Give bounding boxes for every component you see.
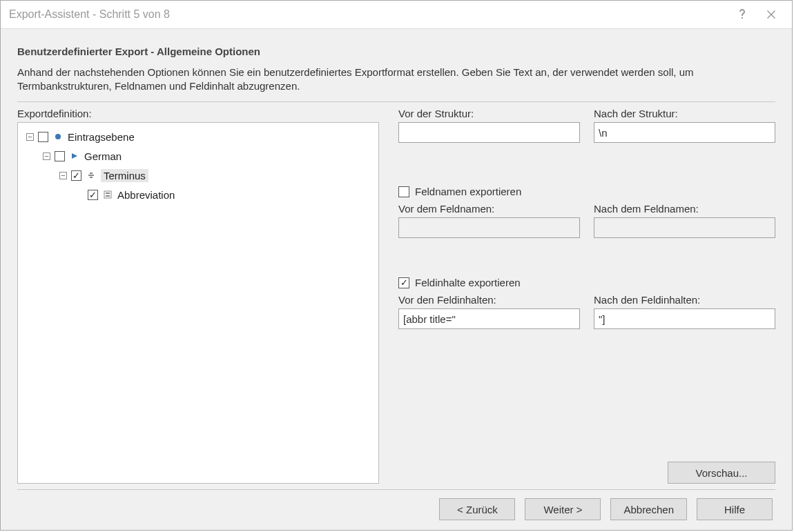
fieldname-row: Vor dem Feldnamen: Nach dem Feldnamen: bbox=[398, 203, 775, 238]
svg-rect-2 bbox=[90, 173, 93, 174]
before-fieldcontents-label: Vor den Feldinhalten: bbox=[398, 294, 580, 306]
options-panel: Vor der Struktur: Nach der Struktur: Fel… bbox=[398, 108, 775, 484]
tree-item-field[interactable]: − ✓ Abbreviation bbox=[21, 185, 376, 204]
fieldcontents-row: Vor den Feldinhalten: Nach den Feldinhal… bbox=[398, 294, 775, 329]
export-definition-label: Exportdefinition: bbox=[17, 108, 379, 119]
export-fieldnames-checkbox[interactable] bbox=[398, 186, 409, 197]
before-structure-input[interactable] bbox=[398, 122, 580, 143]
next-button[interactable]: Weiter > bbox=[525, 498, 601, 520]
tree-item-label: German bbox=[84, 150, 122, 162]
after-fieldcontents-label: Nach den Feldinhalten: bbox=[594, 294, 775, 306]
after-fieldname-label: Nach dem Feldnamen: bbox=[594, 203, 775, 215]
tree-expander-icon[interactable]: − bbox=[43, 152, 50, 160]
close-icon[interactable] bbox=[757, 1, 785, 28]
language-icon bbox=[69, 150, 80, 161]
svg-rect-6 bbox=[106, 193, 110, 194]
structure-row: Vor der Struktur: Nach der Struktur: bbox=[398, 108, 775, 143]
tree-checkbox[interactable] bbox=[55, 151, 65, 161]
export-fieldnames-label: Feldnamen exportieren bbox=[415, 186, 521, 197]
footer: < Zurück Weiter > Abbrechen Hilfe bbox=[17, 484, 775, 520]
before-structure-label: Vor der Struktur: bbox=[398, 108, 580, 119]
export-fieldcontents-checkbox-row[interactable]: ✓ Feldinhalte exportieren bbox=[398, 277, 775, 288]
tree-checkbox[interactable]: ✓ bbox=[71, 170, 81, 181]
before-fieldname-label: Vor dem Feldnamen: bbox=[398, 203, 580, 215]
tree-item-language[interactable]: − German bbox=[21, 146, 376, 166]
tree-item-label: Eintragsebene bbox=[68, 131, 135, 143]
section-description: Anhand der nachstehenden Optionen können… bbox=[17, 66, 775, 95]
back-button[interactable]: < Zurück bbox=[439, 498, 515, 520]
svg-marker-1 bbox=[72, 153, 77, 159]
help-icon[interactable] bbox=[730, 1, 757, 28]
wizard-dialog: Export-Assistent - Schritt 5 von 8 Benut… bbox=[0, 0, 793, 531]
export-fieldcontents-checkbox[interactable]: ✓ bbox=[398, 277, 409, 288]
after-fieldname-input bbox=[594, 217, 775, 238]
help-button[interactable]: Hilfe bbox=[697, 498, 773, 520]
preview-button[interactable]: Vorschau... bbox=[668, 462, 775, 484]
field-icon bbox=[102, 189, 113, 200]
svg-rect-5 bbox=[104, 191, 111, 198]
tree-item-label: Terminus bbox=[101, 169, 148, 182]
section-title: Benutzerdefinierter Export - Allgemeine … bbox=[17, 46, 775, 57]
after-structure-input[interactable] bbox=[594, 122, 775, 143]
export-definition-panel: Exportdefinition: − Eintragsebene − bbox=[17, 108, 379, 484]
titlebar: Export-Assistent - Schritt 5 von 8 bbox=[1, 1, 792, 29]
tree-checkbox[interactable]: ✓ bbox=[88, 190, 98, 200]
window-title: Export-Assistent - Schritt 5 von 8 bbox=[9, 8, 730, 21]
export-fieldnames-checkbox-row[interactable]: Feldnamen exportieren bbox=[398, 186, 775, 197]
footer-divider bbox=[17, 489, 775, 490]
tree-expander-icon[interactable]: − bbox=[26, 133, 34, 141]
export-definition-tree[interactable]: − Eintragsebene − German bbox=[17, 122, 379, 484]
after-fieldcontents-input[interactable] bbox=[594, 308, 775, 329]
dialog-body: Benutzerdefinierter Export - Allgemeine … bbox=[1, 29, 792, 530]
tree-item-entry-level[interactable]: − Eintragsebene bbox=[21, 127, 376, 146]
export-fieldcontents-label: Feldinhalte exportieren bbox=[415, 277, 521, 288]
svg-rect-7 bbox=[106, 195, 110, 197]
divider bbox=[17, 101, 775, 102]
before-fieldname-input bbox=[398, 217, 580, 238]
tree-item-label: Abbreviation bbox=[117, 189, 175, 201]
tree-checkbox[interactable] bbox=[38, 132, 48, 142]
cancel-button[interactable]: Abbrechen bbox=[610, 498, 687, 520]
svg-point-0 bbox=[55, 134, 61, 139]
after-structure-label: Nach der Struktur: bbox=[594, 108, 775, 119]
term-icon bbox=[86, 170, 97, 181]
svg-rect-4 bbox=[90, 177, 93, 178]
tree-item-term[interactable]: − ✓ Terminus bbox=[21, 166, 376, 185]
entry-level-icon bbox=[52, 131, 64, 142]
svg-rect-3 bbox=[88, 175, 94, 176]
before-fieldcontents-input[interactable] bbox=[398, 308, 580, 329]
tree-expander-icon[interactable]: − bbox=[59, 172, 67, 179]
